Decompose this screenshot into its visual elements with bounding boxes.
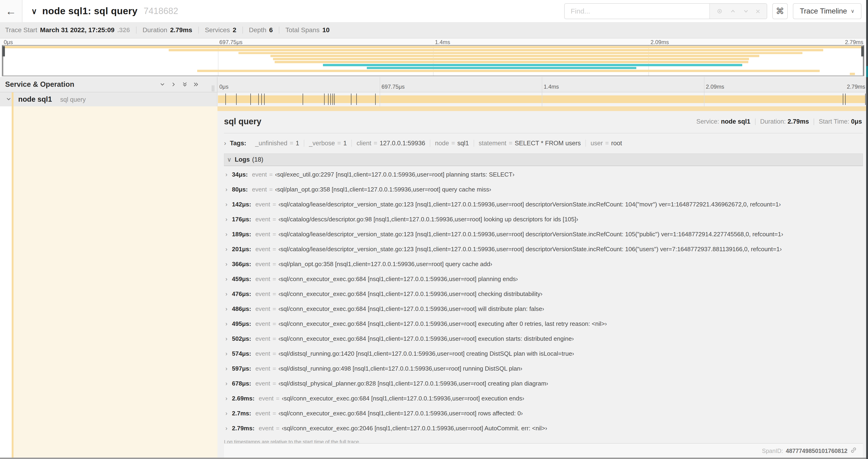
log-marker[interactable]: [264, 94, 265, 105]
log-row[interactable]: ›176μs:event=‹sql/catalog/descs/descript…: [224, 212, 863, 227]
log-row[interactable]: ›201μs:event=‹sql/catalog/lease/descript…: [224, 242, 863, 257]
log-row[interactable]: ›459μs:event=‹sql/conn_executor_exec.go:…: [224, 271, 863, 286]
log-row[interactable]: ›502μs:event=‹sql/conn_executor_exec.go:…: [224, 331, 863, 346]
stat-item: Depth6: [243, 26, 279, 34]
chevron-right-icon[interactable]: ›: [224, 380, 232, 387]
log-marker[interactable]: [334, 94, 335, 105]
scrubber-handle[interactable]: [2, 46, 5, 57]
chevron-right-icon[interactable]: ›: [224, 186, 232, 193]
log-row[interactable]: ›366μs:event=‹sql/plan_opt.go:358 [nsql1…: [224, 257, 863, 271]
keyboard-shortcuts-button[interactable]: ⌘: [772, 3, 788, 19]
log-row[interactable]: ›34μs:event=‹sql/exec_util.go:2297 [nsql…: [224, 167, 863, 182]
detail-left-gutter: [0, 106, 217, 458]
chevron-right-icon[interactable]: ›: [224, 305, 232, 313]
chevron-right-icon[interactable]: ›: [224, 231, 232, 238]
chevron-right-icon[interactable]: ›: [224, 275, 232, 283]
prev-match-icon[interactable]: [730, 8, 736, 14]
collapse-all-icon[interactable]: [182, 81, 188, 88]
tags-row[interactable]: › Tags: _unfinished=1_verbose=1client=12…: [224, 139, 863, 147]
log-marker[interactable]: [225, 94, 226, 105]
log-marker[interactable]: [236, 94, 237, 105]
chevron-down-icon[interactable]: ∨: [31, 6, 37, 16]
log-marker[interactable]: [845, 94, 846, 105]
log-marker[interactable]: [865, 94, 866, 105]
log-marker[interactable]: [351, 94, 351, 105]
chevron-right-icon[interactable]: ›: [224, 139, 226, 147]
log-marker[interactable]: [333, 94, 333, 105]
expand-one-icon[interactable]: [170, 81, 177, 88]
back-button[interactable]: ←: [0, 0, 22, 22]
chevron-right-icon[interactable]: ›: [224, 201, 232, 208]
find-input[interactable]: [565, 4, 709, 19]
log-row[interactable]: ›142μs:event=‹sql/catalog/lease/descript…: [224, 197, 863, 212]
chevron-right-icon[interactable]: ›: [224, 320, 232, 327]
log-row[interactable]: ›2.7ms:event=‹sql/conn_executor_exec.go:…: [224, 406, 863, 421]
expand-all-icon[interactable]: [193, 81, 199, 88]
log-field-key: event: [259, 395, 274, 402]
log-marker[interactable]: [250, 94, 251, 105]
tag-value: 127.0.0.1:59936: [380, 140, 425, 147]
log-event-value: ‹sql/catalog/descs/descriptor.go:98 [nsq…: [278, 216, 578, 223]
timeline-ruler-label: 1.4ms: [435, 39, 450, 45]
tag-item[interactable]: client=127.0.0.1:59936: [352, 140, 430, 147]
view-dropdown-button[interactable]: Trace Timeline ∨: [793, 3, 862, 19]
trace-minimap[interactable]: [2, 45, 864, 76]
log-marker[interactable]: [261, 94, 262, 105]
chevron-right-icon[interactable]: ›: [224, 350, 232, 357]
tag-item[interactable]: _unfinished=1: [250, 140, 304, 147]
tag-item[interactable]: node=sql1: [430, 140, 473, 147]
log-row[interactable]: ›476μs:event=‹sql/conn_executor_exec.go:…: [224, 286, 863, 301]
log-marker[interactable]: [331, 94, 331, 105]
span-row[interactable]: node sql1 sql query: [0, 92, 866, 106]
link-icon[interactable]: [850, 447, 857, 455]
log-marker[interactable]: [324, 94, 324, 105]
chevron-right-icon[interactable]: ›: [224, 245, 232, 253]
chevron-right-icon[interactable]: ›: [224, 425, 232, 432]
log-row[interactable]: ›80μs:event=‹sql/plan_opt.go:358 [nsql1,…: [224, 182, 863, 197]
log-marker[interactable]: [356, 94, 357, 105]
log-row[interactable]: ›2.69ms:event=‹sql/conn_executor_exec.go…: [224, 391, 863, 406]
log-marker[interactable]: [375, 94, 376, 105]
log-row[interactable]: ›495μs:event=‹sql/conn_executor_exec.go:…: [224, 316, 863, 331]
log-row[interactable]: ›678μs:event=‹sql/distsql_physical_plann…: [224, 376, 863, 391]
chevron-right-icon[interactable]: ›: [224, 365, 232, 372]
log-timestamp: 574μs:: [232, 350, 251, 357]
chevron-right-icon[interactable]: ›: [224, 216, 232, 223]
log-marker[interactable]: [843, 94, 843, 105]
chevron-down-icon[interactable]: [6, 96, 12, 103]
chevron-right-icon[interactable]: ›: [224, 335, 232, 342]
chevron-right-icon[interactable]: ›: [224, 171, 232, 178]
minimap-span-bar: [850, 73, 855, 75]
log-marker[interactable]: [303, 94, 303, 105]
locate-icon[interactable]: [716, 8, 723, 15]
log-marker[interactable]: [328, 94, 329, 105]
clear-search-icon[interactable]: ×: [755, 7, 760, 16]
chevron-right-icon[interactable]: ›: [224, 261, 232, 268]
span-timeline-cell[interactable]: [217, 92, 866, 106]
equals-sign: =: [267, 171, 275, 178]
tag-item[interactable]: _verbose=1: [304, 140, 351, 147]
timeline-ruler: 0μs697.75μs1.4ms2.09ms2.79ms: [217, 77, 866, 92]
equals-sign: =: [451, 140, 455, 147]
scrubber-handle[interactable]: [861, 46, 864, 57]
log-row[interactable]: ›597μs:event=‹sql/distsql_running.go:498…: [224, 361, 863, 376]
chevron-right-icon[interactable]: ›: [224, 290, 232, 298]
log-row[interactable]: ›574μs:event=‹sql/distsql_running.go:142…: [224, 346, 863, 361]
service-name: node sql1: [18, 95, 52, 104]
log-row[interactable]: ›486μs:event=‹sql/conn_executor_exec.go:…: [224, 301, 863, 316]
log-marker[interactable]: [258, 94, 259, 105]
column-resizer[interactable]: [212, 85, 214, 91]
log-row[interactable]: ›189μs:event=‹sql/catalog/lease/descript…: [224, 227, 863, 242]
log-timestamp: 2.7ms:: [232, 410, 251, 417]
next-match-icon[interactable]: [743, 8, 749, 14]
log-row[interactable]: ›2.79ms:event=‹sql/conn_executor_exec.go…: [224, 421, 863, 436]
logs-header[interactable]: ∨ Logs (18): [224, 154, 863, 166]
tag-item[interactable]: statement=SELECT * FROM users: [474, 140, 585, 147]
chevron-right-icon[interactable]: ›: [224, 395, 232, 402]
chevron-down-icon[interactable]: ∨: [227, 156, 231, 163]
chevron-right-icon[interactable]: ›: [224, 410, 232, 417]
collapse-one-icon[interactable]: [159, 81, 166, 88]
tag-item[interactable]: user=root: [586, 140, 627, 147]
log-event-value: ‹sql/plan_opt.go:358 [nsql1,client=127.0…: [275, 186, 491, 193]
span-name-cell[interactable]: node sql1 sql query: [0, 92, 217, 106]
